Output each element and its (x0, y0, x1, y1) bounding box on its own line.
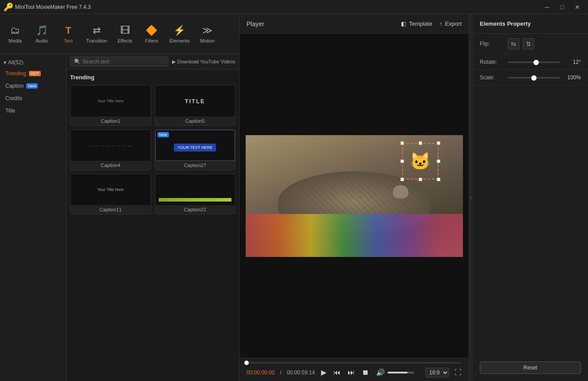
stop-button[interactable]: ⏹ (361, 368, 370, 377)
rotate-slider[interactable] (508, 62, 560, 63)
text-card-caption1[interactable]: Your Title Here Caption1 (70, 85, 151, 126)
play-button[interactable]: ▶ (320, 367, 327, 377)
resize-handle-bl[interactable] (400, 178, 404, 181)
youtube-icon: ▶ (172, 59, 176, 65)
scale-slider[interactable] (508, 77, 560, 78)
player-timeline-bar[interactable] (247, 362, 462, 364)
fullscreen-button[interactable]: ⛶ (455, 369, 462, 377)
center-panel: Player ◧ Template ↑ Export (239, 14, 469, 381)
filters-icon: 🔶 (145, 25, 157, 36)
text-icon: T (65, 25, 71, 36)
category-all-header[interactable]: ▾ All(52) (0, 58, 66, 67)
panel-collapse-btn[interactable]: ‹ (469, 14, 473, 381)
aspect-ratio-select[interactable]: 16:9 9:16 1:1 4:3 (425, 368, 449, 377)
toolbar-text-label: Text (64, 38, 73, 43)
download-youtube-btn[interactable]: ▶ Download YouTube Videos (172, 59, 236, 65)
category-sidebar: ▾ All(52) Trending HOT Caption New Credi… (0, 54, 67, 381)
resize-handle-br[interactable] (437, 178, 440, 181)
scale-row: Scale: 100% (473, 70, 588, 86)
resize-handle-tr[interactable] (437, 141, 440, 145)
cat-title-label: Title (5, 108, 15, 114)
export-icon: ↑ (439, 20, 443, 27)
cat-caption-label: Caption (5, 83, 24, 89)
text-card-caption5[interactable]: TITLE Caption5 (155, 85, 236, 126)
properties-header: Elements Property (473, 14, 588, 34)
flip-horizontal-btn[interactable]: ⇆ (508, 38, 519, 50)
text-card-caption22[interactable]: Caption22 (155, 174, 236, 214)
close-button[interactable]: ✕ (570, 1, 584, 13)
caption27-label: Caption27 (155, 161, 235, 170)
toolbar-audio[interactable]: 🎵 Audio (28, 21, 55, 47)
flip-row: Flip: ⇆ ⇅ (473, 34, 588, 54)
caption5-thumb: TITLE (155, 86, 235, 117)
resize-handle-tl[interactable] (400, 141, 404, 145)
caption11-thumb: Your Title Here (71, 174, 151, 205)
toolbar-media[interactable]: 🗂 Media (2, 21, 28, 47)
toolbar-effects[interactable]: 🎞 Effects (112, 21, 138, 47)
category-title[interactable]: Title (0, 105, 66, 117)
timeline-dot[interactable] (244, 361, 249, 365)
toolbar-text[interactable]: T Text (55, 21, 82, 47)
export-label: Export (445, 20, 462, 27)
effects-icon: 🎞 (120, 25, 130, 36)
main-toolbar: 🗂 Media 🎵 Audio T Text ⇄ Transition 🎞 Ef… (0, 14, 239, 54)
maximize-button[interactable]: □ (555, 1, 569, 13)
sticker-overlay[interactable]: 🐱 (402, 143, 439, 179)
scale-slider-thumb[interactable] (531, 75, 537, 81)
title-bar: 🔑 MiniTool MovieMaker Free 7.4.3 ─ □ ✕ (0, 0, 588, 14)
toolbar-elements[interactable]: ⚡ Elements (165, 21, 194, 47)
volume-button[interactable]: 🔊 (375, 367, 386, 377)
flip-controls: ⇆ ⇅ (508, 38, 534, 50)
toolbar-filters[interactable]: 🔶 Filters (138, 21, 165, 47)
transition-icon: ⇄ (93, 25, 101, 36)
prev-frame-button[interactable]: ⏮ (333, 368, 341, 377)
time-current: 00:00:00:00 (247, 369, 274, 376)
category-credits[interactable]: Credits (0, 92, 66, 105)
category-caption[interactable]: Caption New (0, 80, 66, 92)
resize-handle-rm[interactable] (437, 159, 440, 163)
category-trending[interactable]: Trending HOT (0, 67, 66, 80)
reset-button[interactable]: Reset (480, 362, 581, 374)
cat-trending-label: Trending (5, 70, 26, 77)
resize-handle-bm[interactable] (419, 178, 422, 181)
toolbar-motion[interactable]: ≫ Motion (194, 21, 221, 47)
new-badge-caption: New (26, 83, 38, 89)
sticker-cat: 🐱 (405, 146, 436, 177)
template-btn[interactable]: ◧ Template (401, 20, 432, 27)
media-icon: 🗂 (10, 25, 20, 36)
resize-handle-tm[interactable] (419, 141, 422, 145)
toolbar-filters-label: Filters (145, 38, 158, 43)
elements-icon: ⚡ (173, 25, 185, 36)
content-area: ▾ All(52) Trending HOT Caption New Credi… (0, 54, 239, 381)
caption22-label: Caption22 (155, 205, 235, 214)
caption27-thumb: YOUR TEXT HERE (155, 130, 235, 161)
left-panel: 🗂 Media 🎵 Audio T Text ⇄ Transition 🎞 Ef… (0, 14, 239, 381)
app-icon: 🔑 (4, 2, 13, 12)
flip-vertical-btn[interactable]: ⇅ (523, 38, 534, 50)
volume-fill (388, 372, 408, 373)
text-card-caption27[interactable]: YOUR TEXT HERE Caption27 (155, 129, 236, 170)
next-frame-button[interactable]: ⏭ (347, 368, 356, 377)
template-icon: ◧ (401, 20, 406, 27)
player-video-container: 🐱 (246, 135, 463, 257)
properties-panel: Elements Property Flip: ⇆ ⇅ Rotate: 12° … (473, 14, 588, 381)
search-input[interactable] (82, 58, 165, 65)
resize-handle-lm[interactable] (400, 159, 404, 163)
rotate-slider-thumb[interactable] (533, 60, 539, 65)
toolbar-transition-label: Transition (86, 38, 107, 43)
search-bar: 🔍 ▶ Download YouTube Videos (67, 54, 239, 70)
export-btn[interactable]: ↑ Export (439, 20, 462, 27)
window-controls: ─ □ ✕ (540, 1, 584, 13)
hot-badge: HOT (29, 71, 41, 76)
volume-slider[interactable] (388, 372, 414, 373)
volume-control: 🔊 (375, 367, 414, 377)
player-area: 🐱 (239, 34, 469, 358)
scale-value: 100% (563, 74, 581, 81)
toolbar-transition[interactable]: ⇄ Transition (82, 21, 112, 47)
text-grid-area: Trending Your Title Here Caption1 (67, 70, 239, 381)
rotate-label: Rotate: (480, 59, 504, 65)
text-card-caption4[interactable]: — — — — — — — — Caption4 (70, 129, 151, 170)
scale-label: Scale: (480, 74, 504, 81)
text-card-caption11[interactable]: Your Title Here Caption11 (70, 174, 151, 214)
minimize-button[interactable]: ─ (540, 1, 554, 13)
